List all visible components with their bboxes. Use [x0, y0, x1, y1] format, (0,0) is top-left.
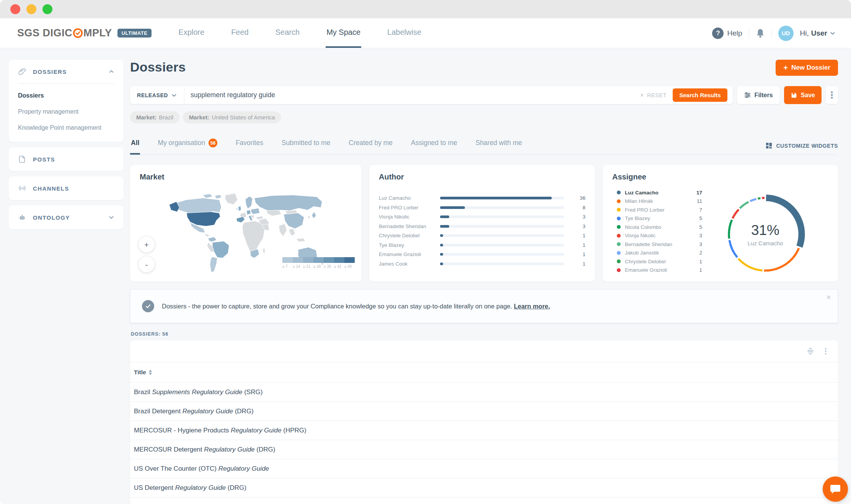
- nav-item-labelwise[interactable]: Labelwise: [386, 18, 422, 48]
- table-row[interactable]: US Over The Counter (OTC) Regulatory Gui…: [130, 459, 838, 478]
- zoom-window-button[interactable]: [42, 4, 52, 14]
- reset-button[interactable]: × RESET: [640, 92, 667, 99]
- legend-item[interactable]: Jakub Janostik2: [617, 250, 702, 256]
- widgets-row: Market: [130, 165, 838, 282]
- legend-item[interactable]: Milan Hlinák11: [617, 199, 702, 204]
- close-icon: ×: [640, 92, 644, 99]
- legend-item[interactable]: Fred PRO Lorber7: [617, 207, 702, 212]
- banner-close-icon[interactable]: ✕: [826, 294, 831, 302]
- close-window-button[interactable]: [10, 4, 20, 14]
- count-badge: 56: [209, 139, 217, 147]
- widget-title: Market: [140, 173, 352, 181]
- filters-button[interactable]: Filters: [737, 86, 780, 104]
- bar-track: [440, 215, 564, 218]
- row-height-icon[interactable]: [807, 347, 814, 355]
- table-row[interactable]: Brazil Detergent Regulatory Guide (DRG): [130, 402, 838, 421]
- author-row[interactable]: Bernadette Sheridan 3: [379, 223, 585, 229]
- kebab-icon: •••: [831, 91, 833, 99]
- map-zoom-in-button[interactable]: +: [139, 237, 155, 253]
- author-row[interactable]: Visnja Nikolic 3: [379, 214, 585, 220]
- assignee-legend: Luz Camacho17 Milan Hlinák11 Fred PRO Lo…: [612, 190, 702, 279]
- author-row[interactable]: Luz Camacho 36: [379, 195, 585, 201]
- minimize-window-button[interactable]: [26, 4, 36, 14]
- legend-item[interactable]: Nicola Colombo5: [617, 224, 702, 230]
- save-button[interactable]: Save: [784, 86, 822, 104]
- logo-text: SGS DIGIC MPLY: [17, 27, 112, 39]
- tab-favorites[interactable]: Favorites: [235, 139, 264, 155]
- tabs-row: All My organisation 56 Favorites Submitt…: [130, 139, 838, 155]
- map-zoom-out-button[interactable]: -: [139, 256, 155, 272]
- assignee-donut-chart[interactable]: 31% Luz Camacho: [702, 190, 828, 279]
- legend-dot: [617, 199, 621, 203]
- tab-created-by-me[interactable]: Created by me: [348, 139, 393, 155]
- help-icon: ?: [712, 28, 724, 39]
- chat-widget-button[interactable]: [823, 476, 848, 502]
- author-row[interactable]: Fred PRO Lorber 8: [379, 205, 585, 210]
- sidebar-item-knowledge-point-management[interactable]: Knowledge Point management: [9, 120, 124, 136]
- divider: [749, 28, 749, 38]
- table-row[interactable]: US Detergent Regulatory Guide (DRG): [130, 478, 838, 497]
- learn-more-link[interactable]: Learn more.: [514, 303, 550, 310]
- author-row[interactable]: Chrystele Delobel 1: [379, 233, 585, 238]
- legend-item[interactable]: Emanuele Grazioli1: [617, 267, 702, 273]
- filter-chip-market-usa[interactable]: Market:United States of America: [183, 111, 281, 123]
- legend-item[interactable]: Bernadette Sheridan3: [617, 241, 702, 247]
- legend-item[interactable]: Chrystele Delobel1: [617, 259, 702, 264]
- table-row[interactable]: Brazil Supplements Regulatory Guide (SRG…: [130, 383, 838, 402]
- filter-chip-market-brazil[interactable]: Market:Brazil: [130, 111, 179, 123]
- legend-item[interactable]: Visnja Nikolic3: [617, 233, 702, 238]
- tab-my-organisation[interactable]: My organisation 56: [157, 139, 218, 155]
- sidebar-section-ontology[interactable]: ONTOLOGY: [9, 206, 124, 229]
- new-dossier-button[interactable]: + New Dossier: [776, 60, 838, 76]
- sidebar-section-posts[interactable]: POSTS: [9, 147, 124, 171]
- author-row[interactable]: James Cook 1: [379, 261, 585, 267]
- legend-dot: [617, 208, 621, 212]
- assignee-widget: Assignee Luz Camacho17 Milan Hlinák11 Fr…: [603, 165, 838, 282]
- notifications-bell-icon[interactable]: [756, 28, 765, 38]
- legend-dot: [617, 268, 621, 272]
- legend-step: ≥ 35: [324, 257, 334, 269]
- nav-item-explore[interactable]: Explore: [178, 18, 205, 48]
- table-row[interactable]: MERCOSUR - Hygiene Products Regulatory G…: [130, 421, 838, 440]
- legend-step: ≥ 21: [303, 257, 313, 269]
- bar-track: [440, 206, 564, 209]
- sidebar-section-channels[interactable]: CHANNELS: [9, 176, 124, 200]
- user-menu[interactable]: Hi, User: [800, 29, 836, 38]
- tab-submitted-to-me[interactable]: Submitted to me: [281, 139, 331, 155]
- help-button[interactable]: ? Help: [712, 28, 742, 39]
- legend-item[interactable]: Luz Camacho17: [617, 190, 702, 195]
- author-row[interactable]: Emanuele Grazioli 1: [379, 251, 585, 257]
- title-column-header[interactable]: Title: [134, 369, 152, 376]
- table-row[interactable]: MERCOSUR Detergent Regulatory Guide (DRG…: [130, 440, 838, 459]
- paperclip-icon: [18, 67, 26, 76]
- app-logo[interactable]: SGS DIGIC MPLY ULTIMATE: [17, 27, 152, 39]
- author-row[interactable]: Tye Blazey 1: [379, 242, 585, 248]
- author-widget: Author Luz Camacho 36 Fred PRO Lorber 8: [369, 165, 595, 282]
- sidebar-item-dossiers[interactable]: Dossiers: [9, 88, 124, 104]
- document-icon: [18, 155, 26, 163]
- bar-track: [440, 197, 564, 199]
- dossiers-count-label: DOSSIERS: 56: [131, 331, 838, 337]
- search-more-options-button[interactable]: •••: [826, 86, 838, 104]
- widgets-grid-icon: [766, 142, 772, 149]
- nav-item-search[interactable]: Search: [275, 18, 300, 48]
- user-avatar[interactable]: UD: [778, 26, 794, 41]
- search-results-button[interactable]: Search Results: [673, 88, 727, 102]
- search-input[interactable]: [184, 91, 640, 99]
- table-row[interactable]: US Cosmetics Regulatory Guide (CRG): [130, 497, 838, 504]
- legend-item[interactable]: Tye Blazey5: [617, 216, 702, 221]
- app-window: SGS DIGIC MPLY ULTIMATE Explore Feed Sea…: [0, 0, 851, 504]
- sidebar-item-property-management[interactable]: Property management: [9, 104, 124, 120]
- status-dropdown[interactable]: RELEASED: [130, 92, 184, 98]
- widget-title: Author: [379, 173, 585, 181]
- tab-assigned-to-me[interactable]: Assigned to me: [410, 139, 458, 155]
- customize-widgets-button[interactable]: CUSTOMIZE WIDGETS: [766, 142, 838, 155]
- sidebar-section-dossiers[interactable]: DOSSIERS: [9, 60, 124, 83]
- tab-shared-with-me[interactable]: Shared with me: [475, 139, 523, 155]
- legend-dot: [617, 242, 621, 246]
- nav-item-my-space[interactable]: My Space: [326, 18, 361, 48]
- nav-item-feed[interactable]: Feed: [230, 18, 249, 48]
- dossiers-table: Title Brazil Supplements Regulatory Guid…: [130, 341, 838, 504]
- tab-all[interactable]: All: [130, 139, 140, 155]
- table-more-options-icon[interactable]: [822, 347, 830, 355]
